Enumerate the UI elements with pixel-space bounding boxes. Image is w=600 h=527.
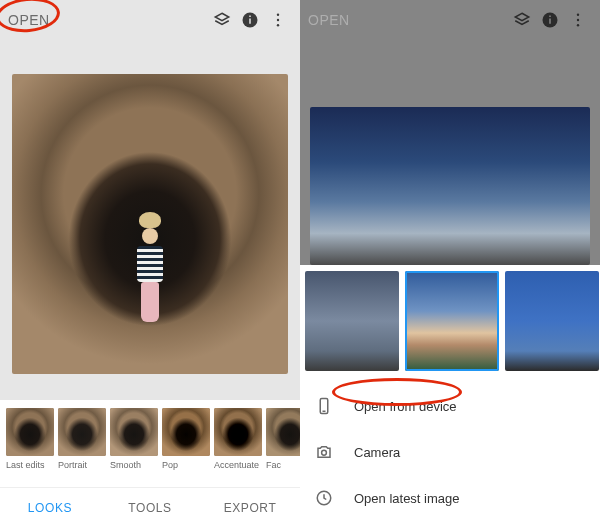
svg-point-9 <box>577 14 579 16</box>
look-thumb[interactable]: Last edits <box>6 408 54 487</box>
bottom-tabs: LOOKS TOOLS EXPORT <box>0 487 300 527</box>
tab-export[interactable]: EXPORT <box>200 501 300 515</box>
dimmed-canvas <box>300 40 600 265</box>
look-thumb[interactable]: Fac <box>266 408 300 487</box>
thumb-label: Smooth <box>110 460 158 470</box>
info-icon[interactable] <box>236 6 264 34</box>
look-thumb[interactable]: Accentuate <box>214 408 262 487</box>
thumb-label: Portrait <box>58 460 106 470</box>
editor-screen: OPEN Last e <box>0 0 300 527</box>
info-icon[interactable] <box>536 6 564 34</box>
open-from-device-row[interactable]: Open from device <box>304 383 596 429</box>
open-button[interactable]: OPEN <box>8 12 50 28</box>
camera-row[interactable]: Camera <box>304 429 596 475</box>
open-button[interactable]: OPEN <box>308 12 350 28</box>
thumb-label: Pop <box>162 460 210 470</box>
svg-point-14 <box>322 450 327 455</box>
open-latest-row[interactable]: Open latest image <box>304 475 596 521</box>
more-icon[interactable] <box>564 6 592 34</box>
svg-rect-7 <box>549 19 551 24</box>
svg-point-3 <box>277 14 279 16</box>
looks-strip: Last edits Portrait Smooth Pop Accentuat… <box>0 400 300 487</box>
action-label: Camera <box>354 445 400 460</box>
tab-tools[interactable]: TOOLS <box>100 501 200 515</box>
look-thumb[interactable]: Smooth <box>110 408 158 487</box>
svg-point-10 <box>577 19 579 21</box>
recent-photo[interactable] <box>305 271 399 371</box>
recent-photo[interactable] <box>505 271 599 371</box>
open-actions: Open from device Camera Open latest imag… <box>300 381 600 521</box>
layers-icon[interactable] <box>208 6 236 34</box>
look-thumb[interactable]: Pop <box>162 408 210 487</box>
svg-point-11 <box>577 24 579 26</box>
clock-icon <box>312 486 336 510</box>
svg-point-5 <box>277 24 279 26</box>
recent-photos-row <box>300 265 600 381</box>
phone-icon <box>312 394 336 418</box>
camera-icon <box>312 440 336 464</box>
header-bar: OPEN <box>0 0 300 40</box>
thumb-label: Fac <box>266 460 300 470</box>
layers-icon[interactable] <box>508 6 536 34</box>
action-label: Open latest image <box>354 491 460 506</box>
background-photo <box>310 107 590 265</box>
open-dialog-screen: OPEN <box>300 0 600 527</box>
image-canvas[interactable] <box>0 40 300 400</box>
header-bar: OPEN <box>300 0 600 40</box>
look-thumb[interactable]: Portrait <box>58 408 106 487</box>
svg-rect-2 <box>249 16 251 18</box>
action-label: Open from device <box>354 399 457 414</box>
child-figure <box>133 216 167 316</box>
svg-rect-1 <box>249 19 251 24</box>
open-sheet: Open from device Camera Open latest imag… <box>300 265 600 527</box>
thumb-label: Last edits <box>6 460 54 470</box>
tab-looks[interactable]: LOOKS <box>0 501 100 515</box>
thumb-label: Accentuate <box>214 460 262 470</box>
svg-rect-8 <box>549 16 551 18</box>
main-photo <box>12 74 288 374</box>
svg-point-4 <box>277 19 279 21</box>
recent-photo[interactable] <box>405 271 499 371</box>
more-icon[interactable] <box>264 6 292 34</box>
